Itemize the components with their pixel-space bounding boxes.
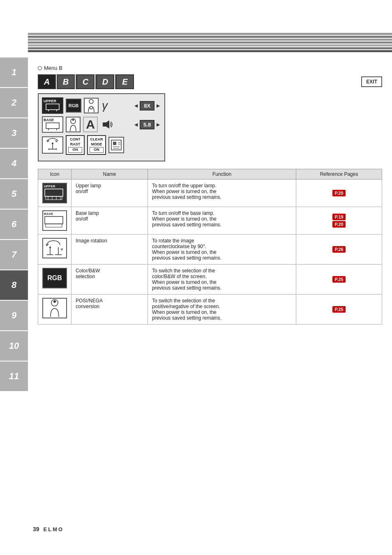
speaker-svg [102, 119, 113, 130]
ref-cell-rgb: P.25 [296, 265, 382, 295]
volume-value: 5.8 [140, 120, 154, 129]
menu-item-a[interactable]: A [38, 74, 56, 89]
icon-cell-base: BASE [38, 207, 71, 235]
base-table-icon-svg [44, 216, 65, 229]
table-row: UPPER Upper lamp on/off To turn on/off t… [38, 180, 382, 207]
posi-icon [66, 117, 81, 132]
sidebar-tab-5[interactable]: 5 [0, 179, 28, 210]
screen-mockup: UPPER RGB γ ◄ 8X [38, 93, 165, 161]
rotation-table-icon [42, 238, 67, 258]
table-row: Image rotation To rotate the image count… [38, 235, 382, 265]
ref-cell-posi: P.25 [296, 295, 382, 325]
name-cell-base: Base lamp on/off [71, 207, 148, 235]
rgb-table-icon: RGB [42, 268, 67, 288]
svg-point-3 [89, 99, 93, 104]
sidebar-tab-11[interactable]: 11 [0, 362, 28, 392]
menu-bar: A B C D E EXIT [38, 74, 382, 89]
function-cell-base: To turn on/off the base lamp. When power… [148, 207, 296, 235]
rotation-svg [44, 138, 61, 152]
sidebar-tab-2[interactable]: 2 [0, 88, 28, 118]
gamma-value: 8X [140, 101, 154, 111]
contrast-box: CONT RAST ON [66, 135, 85, 155]
upper-lamp-svg [45, 103, 60, 112]
svg-rect-17 [45, 189, 63, 196]
sidebar: 1 2 3 4 5 6 7 8 9 10 11 [0, 58, 28, 392]
menu-item-d[interactable]: D [96, 74, 114, 89]
a-letter-icon: A [83, 117, 98, 132]
table-header-name: Name [71, 169, 148, 180]
sidebar-tab-10[interactable]: 10 [0, 331, 28, 362]
table-header-function: Function [148, 169, 296, 180]
right-arrow-icon[interactable]: ► [155, 102, 161, 109]
posi-table-svg [46, 299, 64, 318]
posi-table-icon [42, 298, 67, 318]
volume-control: ◄ 5.8 ► [133, 120, 161, 129]
right-arrow2-icon[interactable]: ► [155, 121, 161, 128]
icon-cell-posi [38, 295, 71, 325]
table-header-icon: Icon [38, 169, 71, 180]
sidebar-tab-3[interactable]: 3 [0, 118, 28, 149]
name-cell-upper: Upper lamp on/off [71, 180, 148, 207]
table-row: BASE Base lamp on/off To turn on/off the… [38, 207, 382, 235]
screen-row-1: UPPER RGB γ ◄ 8X [42, 97, 161, 114]
upper-lamp-icon: UPPER [42, 183, 67, 203]
menu-item-c[interactable]: C [76, 74, 95, 89]
sidebar-tab-9[interactable]: 9 [0, 301, 28, 331]
table-row: RGB Color/B&W selection To switch the se… [38, 265, 382, 295]
sidebar-tab-8[interactable]: 8 [0, 270, 28, 301]
sidebar-tab-1[interactable]: 1 [0, 58, 28, 88]
left-arrow-icon[interactable]: ◄ [133, 102, 139, 109]
screen-row-3: CONT RAST ON CLEAR MODE ON [42, 135, 161, 155]
icon-cell-rotation [38, 235, 71, 265]
gamma-symbol: γ [102, 99, 108, 112]
exit-button[interactable]: EXIT [361, 76, 382, 87]
svg-rect-12 [113, 142, 116, 145]
small-icon-svg [111, 139, 122, 151]
ref-badge-p25-rgb: P.25 [332, 276, 345, 283]
ref-cell-base: P.19 P.20 [296, 207, 382, 235]
svg-point-31 [53, 300, 56, 303]
speaker-icon [100, 117, 115, 132]
ref-badge-p26: P.26 [332, 246, 345, 253]
menu-item-e[interactable]: E [116, 74, 134, 89]
icon-cell-rgb: RGB [38, 265, 71, 295]
posi-svg [67, 118, 79, 131]
gamma-control: ◄ 8X ► [133, 101, 161, 111]
svg-rect-4 [46, 123, 59, 129]
upper-icon: UPPER [42, 97, 63, 114]
rotation-table-svg [44, 239, 65, 257]
svg-rect-24 [46, 224, 62, 227]
table-header-ref: Reference Pages [296, 169, 382, 180]
main-content: Menu B A B C D E EXIT UPPER RGB [28, 58, 392, 332]
menu-b-label: Menu B [38, 65, 382, 71]
small-icon [108, 137, 124, 153]
base-icon: BASE [42, 116, 63, 133]
sidebar-tab-6[interactable]: 6 [0, 210, 28, 240]
ref-badge-p19: P.19 [332, 214, 345, 220]
base-lamp-icon: BASE [42, 210, 67, 231]
menu-item-b[interactable]: B [57, 74, 75, 89]
left-arrow2-icon[interactable]: ◄ [133, 121, 139, 128]
screen-row-2: BASE A [42, 116, 161, 133]
page-number: 39 [33, 526, 39, 532]
svg-point-8 [72, 119, 74, 121]
name-cell-posi: POSI/NEGA conversion [71, 295, 148, 325]
rotation-icon [42, 136, 63, 154]
page-footer: 39 ELMO [33, 526, 64, 532]
function-cell-rotation: To rotate the image counterclockwise by … [148, 235, 296, 265]
person-svg [86, 99, 96, 112]
ref-badge-p25-posi: P.25 [332, 306, 345, 313]
function-cell-upper: To turn on/off the upper lamp. When powe… [148, 180, 296, 207]
ref-cell-rotation: P.26 [296, 235, 382, 265]
function-cell-rgb: To switch the selection of the color/B&W… [148, 265, 296, 295]
sidebar-tab-7[interactable]: 7 [0, 240, 28, 270]
name-cell-rotation: Image rotation [71, 235, 148, 265]
rgb-icon: RGB [66, 99, 81, 113]
function-cell-posi: To switch the selection of the positive/… [148, 295, 296, 325]
ref-cell-upper: P.20 [296, 180, 382, 207]
svg-rect-23 [45, 216, 63, 224]
header-stripes [28, 33, 392, 55]
sidebar-tab-4[interactable]: 4 [0, 149, 28, 179]
table-row: POSI/NEGA conversion To switch the selec… [38, 295, 382, 325]
clear-mode-box: CLEAR MODE ON [87, 135, 106, 155]
